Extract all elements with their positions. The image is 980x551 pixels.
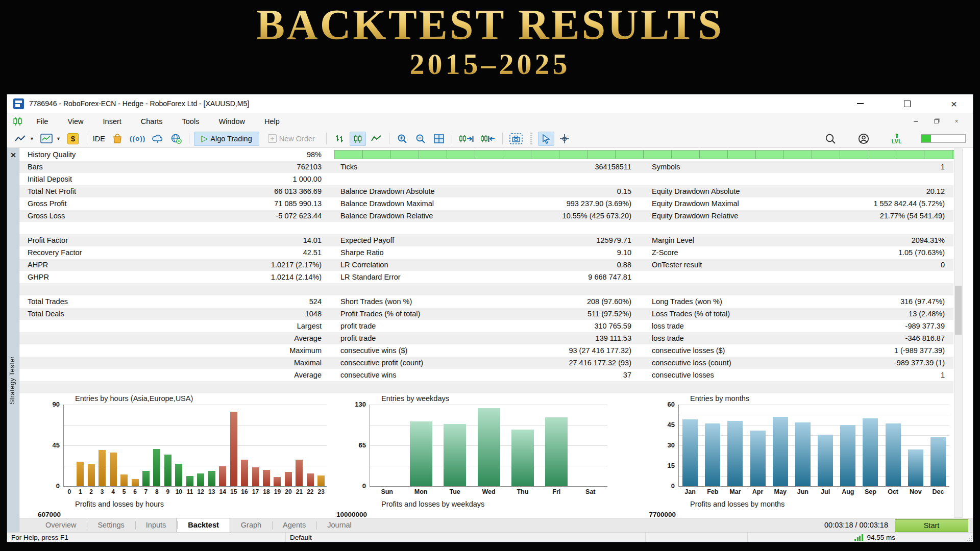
cloud-button[interactable] [150,132,166,146]
x-tick-label: Nov [904,488,927,495]
screenshot-button[interactable] [507,132,525,146]
stat-label: Total Trades [28,297,68,306]
close-button[interactable]: × [946,96,962,111]
x-tick-label: 22 [305,488,316,495]
history-quality-bar [334,150,960,159]
stat-label: GHPR [28,273,49,281]
ide-button[interactable]: IDE [91,132,107,146]
x-tick-label: Mon [404,488,437,495]
stats-group-g1: Maximal [28,359,322,367]
chart-profile-button[interactable]: ▼ [13,132,36,146]
stat-value: 762103 [297,163,322,171]
stats-row: History Quality98% [19,148,953,161]
menu-item-charts[interactable]: Charts [131,117,173,126]
line-chart-button[interactable] [368,132,384,146]
tile-windows-button[interactable] [431,132,447,146]
stat-label: Profit Trades (% of total) [340,310,420,318]
minimize-button[interactable] [852,96,868,111]
shift-back-button[interactable] [478,132,498,146]
clipped-axis-label: 607000 [20,511,61,518]
y-tick-label: 15 [654,462,675,469]
menu-item-insert[interactable]: Insert [93,117,131,126]
resize-grip[interactable] [966,535,972,541]
x-tick-label: 9 [162,488,174,495]
menu-item-tools[interactable]: Tools [173,117,209,126]
stat-value: Largest [297,322,322,330]
maximize-button[interactable] [899,96,915,111]
chevron-down-icon: ▼ [56,136,61,141]
stat-value: 71 085 990.13 [274,199,322,208]
stat-value: -5 072 623.44 [276,212,322,220]
stats-group-g2: consecutive wins ($)93 (27 416 177.32) [340,346,631,355]
stat-label: Expected Payoff [340,236,394,244]
stat-label: consecutive losses ($) [652,346,725,355]
clipped-axis-label: 10000000 [326,511,367,518]
shift-end-button[interactable] [457,132,476,146]
stats-group-g2: Balance Drawdown Absolute0.15 [340,187,631,195]
zoom-out-button[interactable] [412,132,429,146]
start-button[interactable]: Start [895,519,968,532]
x-tick-label: 1 [75,488,86,495]
community-button[interactable] [168,132,184,146]
chart-restore-icon[interactable] [932,118,940,125]
stats-group-g2: consecutive profit (count)27 416 177.32 … [340,359,631,367]
menu-item-help[interactable]: Help [255,117,289,126]
tab-journal[interactable]: Journal [316,519,362,532]
chart-bar [263,470,270,486]
account-button[interactable] [855,132,872,146]
chart-bar [285,472,292,486]
stats-scrollbar[interactable] [954,148,963,518]
chart-bar [545,417,568,486]
menu-item-view[interactable]: View [58,117,93,126]
tab-agents[interactable]: Agents [272,519,316,532]
tab-graph[interactable]: Graph [230,519,272,532]
tab-overview[interactable]: Overview [35,519,87,532]
algo-trading-button[interactable]: ▷ Algo Trading [194,132,259,146]
x-tick-label: 2 [86,488,97,495]
tab-backtest[interactable]: Backtest [177,518,230,532]
signals-button[interactable]: ((o)) [128,132,148,146]
scrollbar-thumb[interactable] [955,286,962,335]
menu-item-window[interactable]: Window [209,117,255,126]
chart-bar [208,471,215,486]
stat-value: 10.55% (425 673.20) [562,212,631,220]
cursor-button[interactable] [538,132,554,146]
search-button[interactable] [822,132,839,146]
lvl-upload-button[interactable]: ⬆ LVL [889,132,905,146]
cloud-icon [152,134,164,143]
candles-chart-button[interactable] [350,132,366,146]
stats-group-g1: Average [28,371,322,379]
stats-row: Initial Deposit1 000.00 [19,173,953,185]
chart-window-button[interactable]: ▼ [38,132,63,146]
status-profile[interactable]: Default [286,533,646,542]
stats-row: Maximalconsecutive profit (count)27 416 … [19,357,953,369]
stat-value: 2094.31% [912,236,945,244]
new-order-label: New Order [279,135,315,143]
stat-label: loss trade [652,322,684,330]
x-tick-label: 15 [228,488,239,495]
chart-minimize-icon[interactable] [912,118,920,125]
tab-inputs[interactable]: Inputs [135,519,177,532]
stats-row: GHPR1.0214 (2.14%)LR Standard Error9 668… [19,271,953,283]
tab-settings[interactable]: Settings [87,519,135,532]
shopping-bag-icon [113,134,122,144]
stat-value: 208 (97.60%) [587,297,631,306]
menu-item-file[interactable]: File [27,117,58,126]
tester-close-button[interactable]: ✕ [7,150,19,160]
stat-value: 139 111.53 [596,334,631,342]
stat-label: Total Net Profit [28,187,76,195]
x-tick-label: 10 [174,488,185,495]
stats-group-g3: Equity Drawdown Maximal1 552 842.44 (5.7… [652,199,945,208]
stat-value: 0.88 [617,261,631,269]
market-watch-button[interactable]: $ [65,132,81,146]
x-tick-label: 6 [130,488,141,495]
chart-close-icon[interactable]: × [952,118,961,125]
zoom-in-button[interactable] [394,132,410,146]
stat-label: Total Deals [28,310,64,318]
bars-chart-button[interactable] [331,132,348,146]
y-tick-label: 45 [654,421,675,429]
crosshair-icon [559,134,570,144]
new-order-button[interactable]: + New Order [261,132,322,146]
market-button[interactable] [109,132,126,146]
crosshair-button[interactable] [556,132,573,146]
